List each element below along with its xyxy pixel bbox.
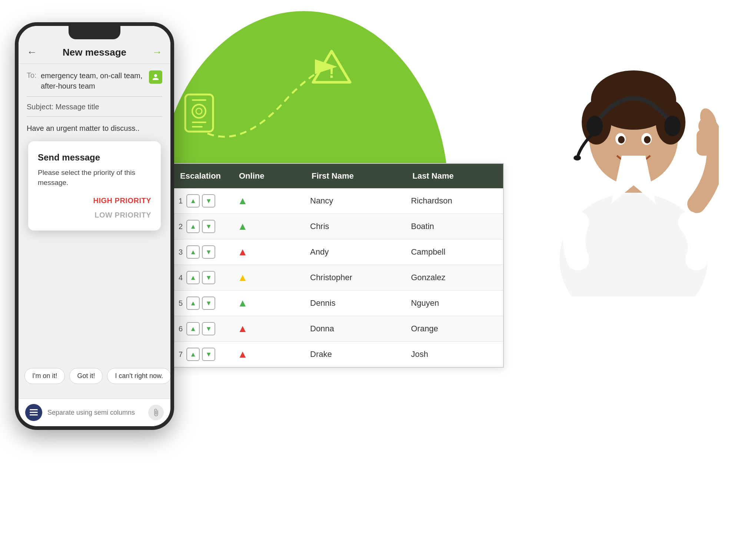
person-with-headset: [526, 0, 719, 334]
row-number: 7: [179, 350, 183, 359]
quick-reply-im-on-it[interactable]: I'm on it!: [24, 368, 65, 384]
svg-rect-24: [697, 130, 715, 156]
escalate-up-button[interactable]: ▲: [186, 194, 200, 208]
row-number: 6: [179, 325, 183, 333]
first-name-cell: Christopher: [303, 265, 403, 291]
escalate-up-button[interactable]: ▲: [186, 245, 200, 259]
online-status-cell: ▲: [230, 265, 303, 291]
svg-point-21: [644, 136, 651, 143]
escalate-up-button[interactable]: ▲: [186, 220, 200, 233]
svg-point-4: [192, 105, 206, 118]
row-number: 1: [179, 197, 183, 205]
svg-rect-26: [30, 412, 38, 413]
escalation-cell: 5 ▲ ▼: [171, 291, 230, 316]
table-row: 6 ▲ ▼ ▲DonnaOrange: [171, 316, 504, 342]
row-number: 2: [179, 222, 183, 231]
escalate-down-button[interactable]: ▼: [202, 296, 215, 310]
escalate-down-button[interactable]: ▼: [202, 322, 215, 335]
svg-point-5: [196, 108, 202, 114]
svg-point-20: [618, 136, 625, 143]
escalation-cell: 6 ▲ ▼: [171, 316, 230, 342]
first-name-cell: Chris: [303, 214, 403, 239]
status-indicator: ▲: [237, 323, 248, 334]
phone-notch: [69, 26, 120, 39]
subject-field: Subject: Message title: [27, 103, 162, 117]
col-last-name: Last Name: [403, 163, 504, 188]
menu-icon[interactable]: [25, 404, 42, 421]
escalate-down-button[interactable]: ▼: [202, 348, 215, 361]
low-priority-option[interactable]: LOW PRIORITY: [38, 211, 151, 219]
status-indicator: ▲: [237, 297, 248, 309]
escalate-down-button[interactable]: ▼: [202, 271, 215, 284]
phone-bottom-bar: [19, 398, 170, 426]
escalation-cell: 2 ▲ ▼: [171, 214, 230, 239]
to-value: emergency team, on-call team, after-hour…: [41, 70, 145, 91]
col-first-name: First Name: [303, 163, 403, 188]
table-row: 7 ▲ ▼ ▲DrakeJosh: [171, 342, 504, 368]
online-status-cell: ▲: [230, 291, 303, 316]
row-number: 4: [179, 274, 183, 282]
to-label: To:: [27, 71, 37, 80]
escalate-down-button[interactable]: ▼: [202, 194, 215, 208]
last-name-cell: Gonzalez: [403, 265, 504, 291]
first-name-cell: Donna: [303, 316, 403, 342]
table-row: 1 ▲ ▼ ▲NancyRichardson: [171, 188, 504, 214]
escalate-down-button[interactable]: ▼: [202, 220, 215, 233]
last-name-cell: Richardson: [403, 188, 504, 214]
svg-text:!: !: [329, 62, 335, 82]
table-row: 4 ▲ ▼ ▲ChristopherGonzalez: [171, 265, 504, 291]
high-priority-option[interactable]: HIGH PRIORITY: [38, 196, 151, 205]
compose-area: To: emergency team, on-call team, after-…: [19, 64, 170, 237]
phone-frame: ← New message → To: emergency team, on-c…: [15, 22, 174, 430]
attach-icon[interactable]: [148, 405, 164, 420]
table-row: 3 ▲ ▼ ▲AndyCampbell: [171, 239, 504, 265]
escalate-up-button[interactable]: ▲: [186, 271, 200, 284]
svg-rect-25: [30, 409, 38, 410]
status-indicator: ▲: [237, 348, 248, 360]
col-escalation: Escalation: [171, 163, 230, 188]
table-row: 2 ▲ ▼ ▲ChrisBoatin: [171, 214, 504, 239]
quick-reply-got-it[interactable]: Got it!: [69, 368, 103, 384]
forward-icon[interactable]: →: [152, 46, 162, 58]
quick-replies-area: I'm on it! Got it! I can't right now.: [19, 363, 170, 389]
warning-triangle-icon: !: [311, 48, 352, 92]
escalate-down-button[interactable]: ▼: [202, 245, 215, 259]
escalation-table: Escalation Online First Name Last Name 1…: [170, 163, 504, 368]
first-name-cell: Andy: [303, 239, 403, 265]
online-status-cell: ▲: [230, 214, 303, 239]
row-number: 3: [179, 248, 183, 256]
quick-reply-cant-now[interactable]: I can't right now.: [107, 368, 170, 384]
escalate-up-button[interactable]: ▲: [186, 348, 200, 361]
status-indicator: ▲: [237, 195, 248, 206]
phone-device: ← New message → To: emergency team, on-c…: [15, 22, 174, 430]
escalate-up-button[interactable]: ▲: [186, 322, 200, 335]
escalation-cell: 4 ▲ ▼: [171, 265, 230, 291]
first-name-cell: Drake: [303, 342, 403, 368]
online-status-cell: ▲: [230, 239, 303, 265]
subject-value: Message title: [56, 103, 99, 111]
last-name-cell: Nguyen: [403, 291, 504, 316]
online-status-cell: ▲: [230, 342, 303, 368]
escalation-table-section: Escalation Online First Name Last Name 1…: [170, 163, 504, 368]
message-title: New message: [63, 47, 126, 58]
phone-screen: ← New message → To: emergency team, on-c…: [19, 26, 170, 426]
online-status-cell: ▲: [230, 316, 303, 342]
table-header-row: Escalation Online First Name Last Name: [171, 163, 504, 188]
message-body: Have an urgent matter to discuss..: [27, 123, 162, 134]
last-name-cell: Orange: [403, 316, 504, 342]
svg-point-16: [664, 116, 681, 136]
modal-title: Send message: [38, 152, 151, 163]
escalation-cell: 1 ▲ ▼: [171, 188, 230, 214]
escalate-up-button[interactable]: ▲: [186, 296, 200, 310]
online-status-cell: ▲: [230, 188, 303, 214]
last-name-cell: Boatin: [403, 214, 504, 239]
contact-icon[interactable]: [149, 70, 162, 84]
subject-label: Subject:: [27, 103, 53, 111]
back-icon[interactable]: ←: [27, 46, 37, 58]
first-name-cell: Dennis: [303, 291, 403, 316]
escalation-cell: 7 ▲ ▼: [171, 342, 230, 368]
col-online: Online: [230, 163, 303, 188]
message-input[interactable]: [47, 409, 148, 417]
svg-point-17: [574, 155, 581, 160]
status-indicator: ▲: [237, 221, 248, 232]
